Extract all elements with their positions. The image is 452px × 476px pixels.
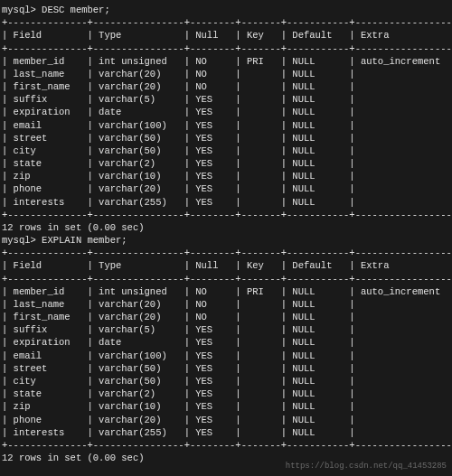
header-row: | Field | Type | Null | Key | Default | … xyxy=(2,259,450,272)
data-row-9: | zip | varchar(10) | YES | | NULL | | xyxy=(2,400,450,413)
data-row-5: | email | varchar(100) | YES | | NULL | … xyxy=(2,350,450,362)
data-row-0: | member_id | int unsigned | NO | PRI | … xyxy=(2,55,450,68)
data-row-11: | interests | varchar(255) | YES | | NUL… xyxy=(2,426,450,439)
data-row-10: | phone | varchar(20) | YES | | NULL | | xyxy=(2,414,450,426)
data-row-4: | expiration | date | YES | | NULL | | xyxy=(2,336,450,349)
data-row-7: | city | varchar(50) | YES | | NULL | | xyxy=(2,145,450,157)
sql-prompt: mysql> EXPLAIN member; xyxy=(2,234,450,247)
data-row-3: | suffix | varchar(5) | YES | | NULL | | xyxy=(2,93,450,106)
watermark: https://blog.csdn.net/qq_41453285 xyxy=(286,461,447,471)
data-row-9: | zip | varchar(10) | YES | | NULL | | xyxy=(2,170,450,182)
separator: +--------------+----------------+-------… xyxy=(2,16,450,29)
data-row-1: | last_name | varchar(20) | NO | | NULL … xyxy=(2,298,450,311)
data-row-11: | interests | varchar(255) | YES | | NUL… xyxy=(2,196,450,209)
data-row-10: | phone | varchar(20) | YES | | NULL | | xyxy=(2,182,450,195)
data-row-1: | last_name | varchar(20) | NO | | NULL … xyxy=(2,68,450,80)
data-row-4: | expiration | date | YES | | NULL | | xyxy=(2,106,450,118)
data-row-2: | first_name | varchar(20) | NO | | NULL… xyxy=(2,311,450,323)
data-row-8: | state | varchar(2) | YES | | NULL | | xyxy=(2,387,450,400)
data-row-0: | member_id | int unsigned | NO | PRI | … xyxy=(2,285,450,298)
data-row-6: | street | varchar(50) | YES | | NULL | … xyxy=(2,132,450,145)
data-row-3: | suffix | varchar(5) | YES | | NULL | | xyxy=(2,323,450,336)
separator: +--------------+----------------+-------… xyxy=(2,42,450,55)
separator: +--------------+----------------+-------… xyxy=(2,247,450,259)
data-row-7: | city | varchar(50) | YES | | NULL | | xyxy=(2,375,450,387)
data-row-8: | state | varchar(2) | YES | | NULL | | xyxy=(2,157,450,170)
data-row-5: | email | varchar(100) | YES | | NULL | … xyxy=(2,119,450,132)
data-row-6: | street | varchar(50) | YES | | NULL | … xyxy=(2,362,450,375)
separator: +--------------+----------------+-------… xyxy=(2,439,450,452)
separator: +--------------+----------------+-------… xyxy=(2,273,450,285)
footer-line: 12 rows in set (0.00 sec) xyxy=(2,221,450,234)
separator: +--------------+----------------+-------… xyxy=(2,209,450,221)
data-row-2: | first_name | varchar(20) | NO | | NULL… xyxy=(2,80,450,93)
header-row: | Field | Type | Null | Key | Default | … xyxy=(2,29,450,42)
terminal-output: mysql> DESC member;+--------------+-----… xyxy=(0,0,452,468)
sql-prompt: mysql> DESC member; xyxy=(2,4,450,16)
